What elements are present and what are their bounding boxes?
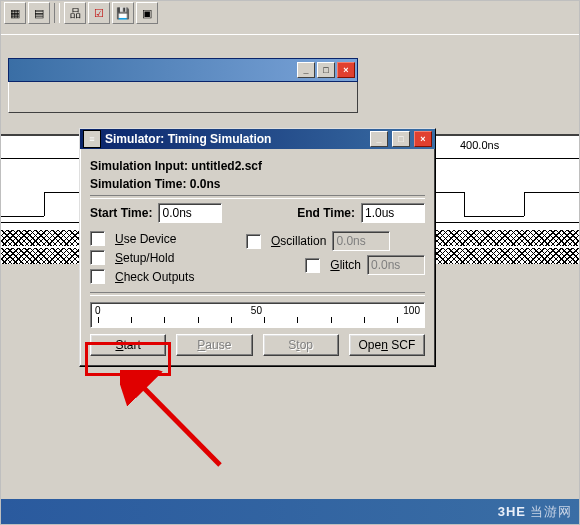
setup-hold-checkbox[interactable]: [90, 250, 105, 265]
setup-hold-label: Setup/Hold: [115, 251, 174, 265]
sim-time-value: 0.0ns: [190, 177, 221, 191]
toolbar-btn-5[interactable]: 💾: [112, 2, 134, 24]
start-time-input[interactable]: [158, 203, 222, 223]
watermark: 3HE当游网: [498, 503, 572, 521]
statusbar: [0, 499, 580, 525]
toolbar-btn-6[interactable]: ▣: [136, 2, 158, 24]
glitch-label: Glitch: [330, 258, 361, 272]
minimize-button[interactable]: _: [370, 131, 388, 147]
glitch-checkbox[interactable]: [305, 258, 320, 273]
pause-button: Pause: [176, 334, 252, 356]
bg-maximize-button[interactable]: □: [317, 62, 335, 78]
stop-button: Stop: [263, 334, 339, 356]
toolbar-btn-3[interactable]: 品: [64, 2, 86, 24]
glitch-input: [367, 255, 425, 275]
check-outputs-label: Check Outputs: [115, 270, 194, 284]
end-time-label: End Time:: [297, 206, 355, 220]
bg-minimize-button[interactable]: _: [297, 62, 315, 78]
maximize-button[interactable]: □: [392, 131, 410, 147]
progress-ruler: 0 50 100: [90, 302, 425, 328]
time-tick: 400.0ns: [460, 139, 499, 151]
check-outputs-checkbox[interactable]: [90, 269, 105, 284]
dialog-titlebar[interactable]: ≡ Simulator: Timing Simulation _ □ ×: [80, 129, 435, 149]
start-time-label: Start Time:: [90, 206, 152, 220]
dialog-title: Simulator: Timing Simulation: [105, 132, 271, 146]
bg-close-button[interactable]: ×: [337, 62, 355, 78]
sim-input-value: untitled2.scf: [191, 159, 262, 173]
oscillation-checkbox[interactable]: [246, 234, 261, 249]
sim-time-label: Simulation Time:: [90, 177, 186, 191]
start-button[interactable]: Start: [90, 334, 166, 356]
sim-input-label: Simulation Input:: [90, 159, 188, 173]
use-device-label: Use Device: [115, 232, 176, 246]
main-toolbar: ▦ ▤ 品 ☑ 💾 ▣: [0, 0, 580, 27]
end-time-input[interactable]: [361, 203, 425, 223]
oscillation-label: Oscillation: [271, 234, 326, 248]
close-button[interactable]: ×: [414, 131, 432, 147]
toolbar-btn-4[interactable]: ☑: [88, 2, 110, 24]
background-window: _ □ ×: [8, 58, 358, 113]
toolbar-btn-2[interactable]: ▤: [28, 2, 50, 24]
use-device-checkbox[interactable]: [90, 231, 105, 246]
open-scf-button[interactable]: Open SCF: [349, 334, 425, 356]
oscillation-input: [332, 231, 390, 251]
toolbar-btn-1[interactable]: ▦: [4, 2, 26, 24]
app-icon: ≡: [83, 130, 101, 148]
simulator-dialog: ≡ Simulator: Timing Simulation _ □ × Sim…: [79, 128, 436, 367]
